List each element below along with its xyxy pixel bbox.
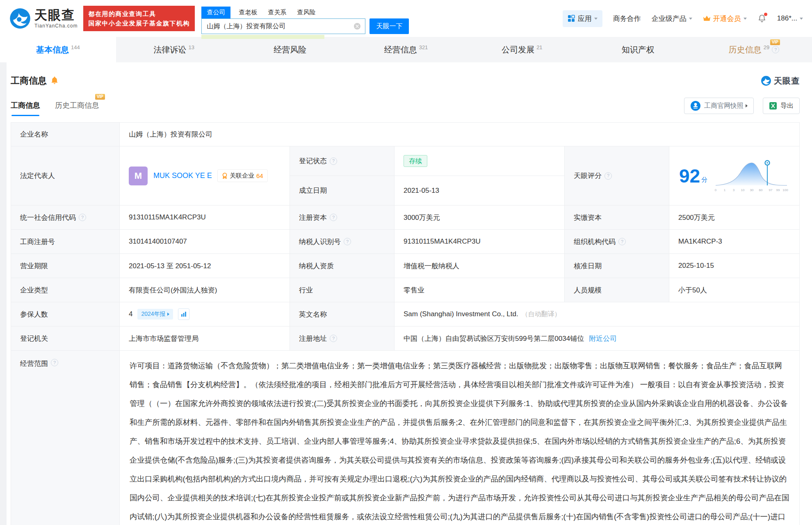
tab-label: 知识产权: [622, 44, 655, 55]
apps-grid-icon: [568, 15, 575, 22]
info-icon[interactable]: [344, 238, 351, 245]
tab-count: 13: [189, 44, 194, 50]
nav-notifications[interactable]: [757, 14, 766, 23]
subtab-label: 历史工商信息: [55, 101, 99, 110]
vip-badge: VIP: [95, 94, 105, 100]
subscribe-bell-icon[interactable]: [50, 76, 59, 85]
label-text: 组织机构代码: [574, 237, 616, 247]
industry-label: 行业: [290, 278, 395, 302]
top-header: 天眼查 TianYanCha.com 都在用的商业查询工具 国家中小企业发展子基…: [0, 0, 812, 37]
subtab-history-registration[interactable]: VIP 历史工商信息: [55, 100, 99, 111]
info-icon[interactable]: [51, 359, 58, 366]
nav-apps[interactable]: 应用: [563, 10, 602, 27]
export-button[interactable]: 导出: [763, 98, 800, 114]
label-text: 天眼评分: [574, 171, 602, 180]
authority-value: 上海市市场监督管理局: [120, 326, 290, 351]
stamp-icon: [690, 100, 701, 111]
tianyancha-company-page: 天眼查 TianYanCha.com 都在用的商业查询工具 国家中小企业发展子基…: [0, 0, 812, 525]
tab-operating-risk[interactable]: 经营风险: [232, 37, 348, 62]
value-text: 310141400107407: [129, 237, 187, 246]
score-label: 天眼评分: [565, 146, 669, 205]
label-text: 实缴资本: [574, 213, 602, 222]
vip-badge: VIP: [770, 39, 780, 45]
value-text: 91310115MA1K4RCP3U: [129, 213, 206, 221]
label-text: 登记状态: [299, 156, 327, 166]
search-button[interactable]: 天眼一下: [370, 18, 409, 34]
search-input[interactable]: [202, 19, 365, 34]
search-tab-boss[interactable]: 查老板: [239, 7, 257, 18]
value-text: 中国（上海）自由贸易试验区万安街599号第二层0034铺位: [404, 334, 584, 343]
info-icon[interactable]: [330, 158, 337, 165]
value-text: 2021-05-13: [404, 187, 439, 195]
registration-info-table: 企业名称 山姆（上海）投资有限公司 法定代表人 M MUK SOOK YE E …: [11, 122, 800, 525]
tab-basic-info[interactable]: 基本信息 144: [0, 37, 116, 62]
reg-status-value: 存续: [395, 146, 565, 176]
legal-rep-cell: M MUK SOOK YE E 关联企业 64: [120, 146, 290, 205]
label-text: 经营范围: [20, 359, 48, 368]
logo-text: 天眼查 TianYanCha.com: [34, 9, 78, 29]
tab-business-info[interactable]: 经营信息 321: [348, 37, 464, 62]
insured-value: 4 2024年报: [120, 302, 290, 326]
label-text: 法定代表人: [20, 171, 55, 180]
label-text: 企业名称: [20, 130, 48, 139]
legal-rep-avatar[interactable]: M: [129, 167, 148, 185]
official-snapshot-button[interactable]: 工商官网快照: [684, 98, 754, 114]
search-tab-company[interactable]: 查公司: [201, 7, 230, 18]
insured-trend-button[interactable]: [178, 308, 189, 320]
annual-report-label: 2024年报: [141, 310, 165, 318]
excel-icon: [769, 102, 777, 110]
nav-business-cooperation[interactable]: 商务合作: [613, 14, 641, 23]
tab-count: 29: [764, 44, 769, 50]
info-icon[interactable]: [79, 214, 86, 221]
nav-open-vip[interactable]: 开通会员: [703, 14, 747, 23]
legal-rep-name-link[interactable]: MUK SOOK YE E: [153, 169, 216, 182]
label-text: 英文名称: [299, 310, 327, 319]
address-value: 中国（上海）自由贸易试验区万安街599号第二层0034铺位 附近公司: [395, 326, 800, 351]
clear-search-icon[interactable]: [354, 23, 361, 30]
bar-chart-icon: [181, 311, 187, 317]
nearby-companies-link[interactable]: 附近公司: [589, 334, 617, 343]
tab-company-development[interactable]: 公司发展 21: [464, 37, 580, 62]
info-icon[interactable]: [604, 172, 612, 180]
chevron-down-icon: [800, 18, 803, 20]
top-nav: 应用 商务合作 企业级产品 开通会员: [563, 10, 803, 27]
tab-label: 基本信息: [36, 44, 69, 55]
score-distribution-chart: 0 1 3 10 30 60 97 99 100: [713, 158, 789, 194]
scope-label: 经营范围: [11, 351, 120, 525]
snapshot-button-label: 工商官网快照: [704, 102, 744, 110]
search-tab-relation[interactable]: 查关系: [268, 7, 286, 18]
annual-report-badge[interactable]: 2024年报: [137, 309, 173, 320]
label-text: 人员规模: [574, 285, 602, 295]
chevron-down-icon: [594, 18, 598, 20]
search-tab-risk[interactable]: 查风险: [297, 7, 315, 18]
info-icon[interactable]: [772, 46, 779, 53]
address-label: 注册地址: [290, 326, 395, 351]
info-icon[interactable]: [618, 238, 626, 245]
tab-legal-proceedings[interactable]: 法律诉讼 13: [116, 37, 232, 62]
info-icon[interactable]: [330, 335, 337, 342]
scope-cell: 许可项目：道路货物运输（不含危险货物）；第二类增值电信业务；第一类增值电信业务；…: [120, 351, 800, 525]
related-companies-badge[interactable]: 关联企业 64: [217, 169, 268, 182]
nav-account[interactable]: 186*...: [777, 14, 803, 23]
site-logo[interactable]: 天眼查 TianYanCha.com: [9, 7, 78, 30]
staff-value: 小于50人: [669, 278, 800, 302]
established-label: 成立日期: [290, 176, 395, 205]
subtab-business-registration[interactable]: 工商信息: [11, 100, 40, 111]
taxpayer-quality-label: 纳税人资质: [290, 254, 395, 278]
tab-intellectual-property[interactable]: 知识产权: [580, 37, 696, 62]
nav-apps-label: 应用: [578, 14, 592, 23]
reg-no-label: 工商注册号: [11, 230, 120, 254]
info-icon[interactable]: [330, 214, 337, 221]
tianyancha-watermark-icon: [761, 75, 771, 86]
type-label: 企业类型: [11, 278, 120, 302]
section-title: 工商信息: [11, 75, 47, 87]
label-text: 登记机关: [20, 334, 48, 343]
nav-enterprise-products[interactable]: 企业级产品: [652, 14, 692, 23]
chevron-down-icon: [744, 18, 747, 20]
label-text: 纳税人识别号: [299, 237, 341, 247]
search-tabs: 查公司 查老板 查关系 查风险: [201, 6, 409, 18]
label-text: 营业期限: [20, 261, 48, 271]
tab-history-info[interactable]: VIP 历史信息 29: [696, 37, 812, 62]
logo-subtitle: TianYanCha.com: [34, 23, 78, 29]
score-cell[interactable]: 92 分 0 1 3: [669, 146, 800, 205]
